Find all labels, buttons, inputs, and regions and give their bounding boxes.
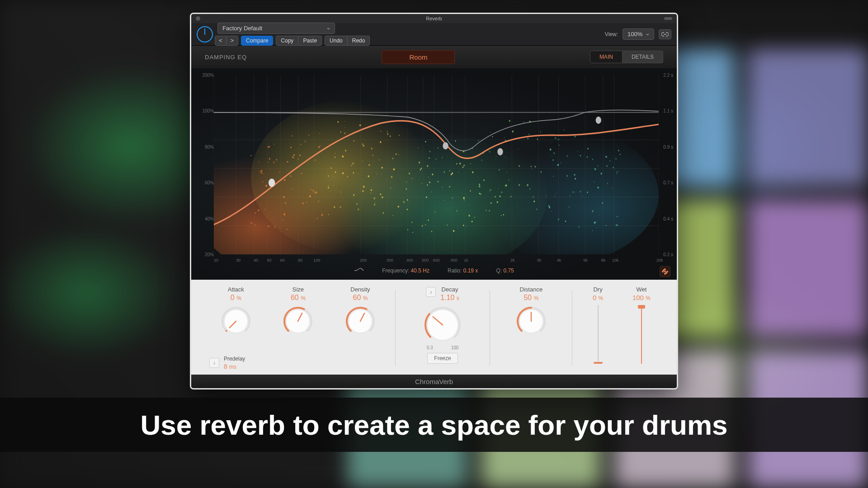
svg-point-114: [335, 156, 335, 158]
svg-point-323: [379, 160, 380, 160]
reverb-type-select[interactable]: Room: [382, 50, 455, 64]
svg-point-58: [432, 174, 433, 175]
freq-value[interactable]: 40.5 Hz: [411, 267, 429, 274]
svg-point-359: [381, 167, 382, 169]
density-knob[interactable]: [345, 306, 375, 336]
dry-label: Dry: [593, 286, 602, 293]
svg-point-369: [479, 183, 480, 185]
svg-point-199: [292, 156, 292, 157]
plugin-window: Reverb Factory Default < > Compare Copy …: [190, 13, 678, 389]
svg-point-379: [284, 179, 286, 181]
predelay-sync-button[interactable]: ♪: [209, 358, 219, 368]
eq-handle-4[interactable]: [596, 117, 601, 124]
predelay-value[interactable]: 8: [224, 363, 227, 370]
svg-point-234: [335, 153, 335, 154]
svg-point-330: [575, 192, 575, 192]
paste-button[interactable]: Paste: [298, 36, 322, 46]
svg-point-304: [474, 217, 475, 218]
svg-point-137: [327, 169, 328, 169]
attack-knob[interactable]: [221, 306, 251, 336]
wet-slider[interactable]: [637, 305, 646, 364]
svg-point-303: [380, 193, 381, 195]
svg-point-298: [270, 169, 270, 170]
decay-knob[interactable]: [424, 306, 461, 343]
svg-point-310: [595, 221, 597, 223]
svg-point-261: [312, 190, 314, 191]
svg-point-174: [602, 202, 603, 204]
svg-point-51: [470, 190, 471, 192]
eq-handle-2[interactable]: [443, 142, 448, 150]
svg-point-74: [505, 186, 505, 186]
svg-point-367: [442, 157, 443, 158]
q-value[interactable]: 0.75: [503, 267, 514, 274]
svg-point-215: [286, 229, 288, 230]
svg-point-192: [529, 188, 530, 190]
decay-sync-button[interactable]: ♪: [426, 287, 436, 297]
svg-point-69: [558, 139, 560, 140]
svg-point-246: [607, 183, 608, 184]
preset-select[interactable]: Factory Default: [217, 23, 335, 34]
dry-value[interactable]: 0: [593, 294, 596, 301]
tab-main[interactable]: MAIN: [590, 51, 623, 63]
svg-point-276: [407, 199, 408, 201]
svg-point-97: [552, 160, 553, 161]
eq-handle-1[interactable]: [269, 178, 275, 187]
dry-slider[interactable]: [594, 305, 603, 364]
svg-point-272: [518, 149, 519, 149]
decay-value[interactable]: 1.10: [440, 294, 454, 301]
preset-prev-button[interactable]: <: [215, 36, 226, 46]
svg-point-240: [387, 133, 388, 135]
compare-button[interactable]: Compare: [241, 36, 273, 46]
power-button[interactable]: [197, 26, 213, 42]
svg-point-111: [598, 187, 599, 188]
svg-point-225: [276, 159, 277, 161]
svg-point-93: [429, 177, 429, 177]
undo-button[interactable]: Undo: [325, 36, 348, 46]
svg-point-79: [427, 184, 428, 186]
svg-point-65: [290, 146, 292, 148]
ratio-label: Ratio:: [448, 267, 462, 274]
svg-point-205: [370, 192, 371, 193]
svg-point-290: [274, 144, 274, 145]
svg-point-50: [577, 151, 578, 152]
preset-next-button[interactable]: >: [226, 36, 238, 46]
eq-graph[interactable]: 200%100%80%60%40%20% 2.2 s1.1 s0.9 s0.7 …: [191, 68, 677, 280]
eq-handle-3[interactable]: [497, 148, 503, 155]
svg-point-182: [552, 141, 552, 142]
link-button[interactable]: [659, 29, 671, 39]
size-value[interactable]: 60: [291, 294, 299, 301]
particle-visualizer-button[interactable]: [660, 266, 670, 277]
size-knob[interactable]: [283, 306, 313, 336]
distance-knob[interactable]: [516, 306, 546, 336]
svg-point-194: [588, 148, 589, 149]
svg-point-149: [356, 203, 357, 205]
svg-point-124: [290, 175, 291, 177]
svg-point-180: [391, 188, 392, 188]
wet-value[interactable]: 100: [632, 294, 644, 301]
svg-point-288: [382, 212, 384, 214]
svg-point-236: [333, 185, 334, 186]
view-zoom-select[interactable]: 100%: [623, 28, 654, 40]
svg-point-200: [253, 224, 253, 225]
ratio-value[interactable]: 0.19 x: [463, 267, 478, 274]
svg-point-255: [340, 131, 341, 132]
svg-point-232: [618, 150, 619, 151]
distance-value[interactable]: 50: [524, 294, 532, 301]
svg-point-360: [387, 180, 387, 180]
svg-point-126: [528, 134, 529, 135]
redo-button[interactable]: Redo: [348, 36, 370, 46]
svg-point-162: [478, 140, 479, 141]
copy-button[interactable]: Copy: [276, 36, 298, 46]
svg-point-365: [592, 159, 594, 160]
svg-point-229: [264, 174, 264, 174]
density-value[interactable]: 60: [353, 294, 361, 301]
svg-point-230: [531, 169, 532, 169]
svg-point-95: [279, 172, 280, 173]
eq-curve-display[interactable]: [214, 75, 659, 254]
window-controls[interactable]: [196, 16, 200, 21]
svg-point-316: [536, 209, 537, 210]
attack-value[interactable]: 0: [231, 294, 235, 301]
freeze-button[interactable]: Freeze: [427, 353, 458, 364]
window-grip[interactable]: [664, 17, 672, 20]
tab-details[interactable]: DETAILS: [623, 51, 663, 63]
